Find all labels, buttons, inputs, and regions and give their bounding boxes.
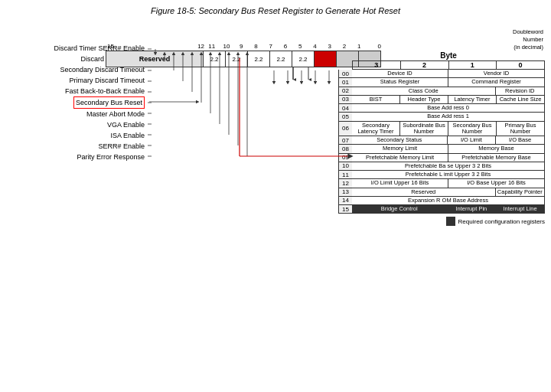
table-cell: Device ID	[352, 70, 448, 78]
table-cell: Prefetchable L imit Upper 3 2 Bits	[352, 171, 545, 179]
table-cell: Command Register	[448, 78, 545, 87]
bit-cell-2-2-1: 2.2	[204, 51, 226, 67]
bit-cell-2-2-5: 2.2	[292, 51, 315, 67]
bit-arrows-svg	[106, 67, 350, 83]
row-number: 11	[338, 171, 352, 179]
row-number: 14	[338, 197, 352, 205]
table-cell: Capability Pointer	[496, 188, 546, 197]
row-number: 06	[338, 122, 352, 137]
row-cols: Base Add ress 0	[352, 104, 545, 113]
row-cols: BISTHeader TypeLatency TimerCache Line S…	[352, 96, 545, 104]
row-number: 08	[338, 145, 352, 153]
label-item-6: Master Abort Mode	[6, 109, 148, 119]
bit-cell-2-2-3: 2.2	[248, 51, 270, 67]
row-cols: I/O Limit Upper 16 BitsI/O Base Upper 16…	[352, 179, 545, 188]
figure-title: Figure 18-5: Secondary Bus Reset Registe…	[6, 6, 545, 15]
table-cell: Secondary Status	[352, 136, 448, 145]
label-item-7: VGA Enable	[6, 119, 148, 130]
byte-col-1: 1	[448, 60, 497, 70]
row-number: 05	[338, 113, 352, 121]
table-cell: I/O Limit	[448, 136, 497, 145]
label-item-5: Secondary Bus Reset	[6, 96, 148, 109]
row-number: 03	[338, 96, 352, 104]
table-cell: I/O Base Upper 16 Bits	[448, 179, 545, 188]
table-row: 02Class CodeRevision ID	[338, 87, 545, 96]
row-cols: ReservedCapability Pointer	[352, 188, 545, 197]
label-item-9: SERR# Enable	[6, 141, 148, 152]
table-cell: Interrupt Pin	[448, 205, 497, 214]
table-cell: Class Code	[352, 87, 496, 96]
table-cell: BIST	[352, 96, 400, 104]
table-row: 10Prefetchable Ba se Upper 3 2 Bits	[338, 162, 545, 171]
table-row: 09Prefetchable Memory LimitPrefetchable …	[338, 154, 545, 162]
label-item-10: Parity Error Response	[6, 152, 148, 162]
table-row: 03BISTHeader TypeLatency TimerCache Line…	[338, 96, 545, 104]
table-cell: Reserved	[352, 188, 496, 197]
row-cols: Secondary StatusI/O LimitI/O Base	[352, 136, 545, 145]
bit-cell-2-2-4: 2.2	[270, 51, 292, 67]
table-cell: Prefetchable Memory Limit	[352, 154, 448, 162]
byte-table-wrapper: DoublewordNumber(in decimal) Byte 3 2 1 …	[338, 28, 545, 226]
table-row: 06Secondary Latency TimerSubordinate Bus…	[338, 122, 545, 137]
row-number: 01	[338, 78, 352, 87]
row-cols: Secondary Latency TimerSubordinate Bus N…	[352, 122, 545, 137]
table-cell: Secondary Bus Number	[448, 122, 497, 137]
row-cols: Memory LimitMemory Base	[352, 145, 545, 153]
row-number: 09	[338, 154, 352, 162]
row-number: 00	[338, 70, 352, 78]
table-cell: Cache Line Size	[497, 96, 545, 104]
table-row: 08Memory LimitMemory Base	[338, 145, 545, 153]
byte-col-2: 2	[400, 60, 448, 70]
table-row: 07Secondary StatusI/O LimitI/O Base	[338, 136, 545, 145]
table-row: 14Expansion R OM Base Address	[338, 197, 545, 205]
table-cell: Memory Base	[448, 145, 545, 153]
diagram-container: Discard Timer SERR# EnableDiscard Timer …	[6, 20, 545, 372]
table-cell: I/O Limit Upper 16 Bits	[352, 179, 448, 188]
table-cell: I/O Base	[496, 136, 545, 145]
table-cell: Vendor ID	[448, 70, 545, 78]
reserved-cell: Reserved	[106, 51, 204, 67]
row-cols: Expansion R OM Base Address	[352, 197, 545, 205]
row-cols: Prefetchable Memory LimitPrefetchable Me…	[352, 154, 545, 162]
table-cell: Revision ID	[496, 87, 546, 96]
row-number: 07	[338, 136, 352, 145]
row-cols: Status RegisterCommand Register	[352, 78, 545, 87]
bit-cell-2-2-2: 2.2	[226, 51, 248, 67]
row-number: 02	[338, 87, 352, 96]
row-number: 13	[338, 188, 352, 197]
table-cell: Base Add ress 0	[352, 104, 545, 113]
table-cell: Subordinate Bus Number	[400, 122, 448, 137]
row-cols: Class CodeRevision ID	[352, 87, 545, 96]
doubleword-label: DoublewordNumber(in decimal)	[513, 28, 543, 51]
row-cols: Base Add ress 1	[352, 113, 545, 121]
table-cell: Header Type	[400, 96, 448, 104]
page: Figure 18-5: Secondary Bus Reset Registe…	[0, 0, 551, 392]
table-cell: Bridge Control	[352, 205, 448, 214]
label-item-8: ISA Enable	[6, 130, 148, 141]
row-cols: Bridge ControlInterrupt PinInterrupt Lin…	[352, 205, 545, 214]
table-cell: Expansion R OM Base Address	[352, 197, 545, 205]
byte-col-3: 3	[352, 60, 400, 70]
table-row: 00Device IDVendor ID	[338, 70, 545, 78]
byte-header: Byte	[352, 51, 545, 60]
row-cols: Prefetchable L imit Upper 3 2 Bits	[352, 171, 545, 179]
row-number: 04	[338, 104, 352, 113]
table-cell: Interrupt Line	[496, 205, 545, 214]
legend-box	[446, 217, 455, 226]
table-cell: Memory Limit	[352, 145, 448, 153]
table-row: 11Prefetchable L imit Upper 3 2 Bits	[338, 171, 545, 179]
table-cell: Status Register	[352, 78, 448, 87]
table-row: 15Bridge ControlInterrupt PinInterrupt L…	[338, 205, 545, 214]
highlight-label: Secondary Bus Reset	[73, 96, 145, 109]
table-row: 12I/O Limit Upper 16 BitsI/O Base Upper …	[338, 179, 545, 188]
required-legend: Required configuration registers	[338, 217, 545, 226]
row-cols: Device IDVendor ID	[352, 70, 545, 78]
table-row: 05Base Add ress 1	[338, 113, 545, 121]
table-cell: Secondary Latency Timer	[352, 122, 400, 137]
table-row: 04Base Add ress 0	[338, 104, 545, 113]
byte-col-0: 0	[496, 60, 545, 70]
table-cell: Latency Timer	[448, 96, 497, 104]
reg-table-container: 00Device IDVendor ID01Status RegisterCom…	[338, 70, 545, 214]
row-cols: Prefetchable Ba se Upper 3 2 Bits	[352, 162, 545, 171]
table-row: 01Status RegisterCommand Register	[338, 78, 545, 87]
